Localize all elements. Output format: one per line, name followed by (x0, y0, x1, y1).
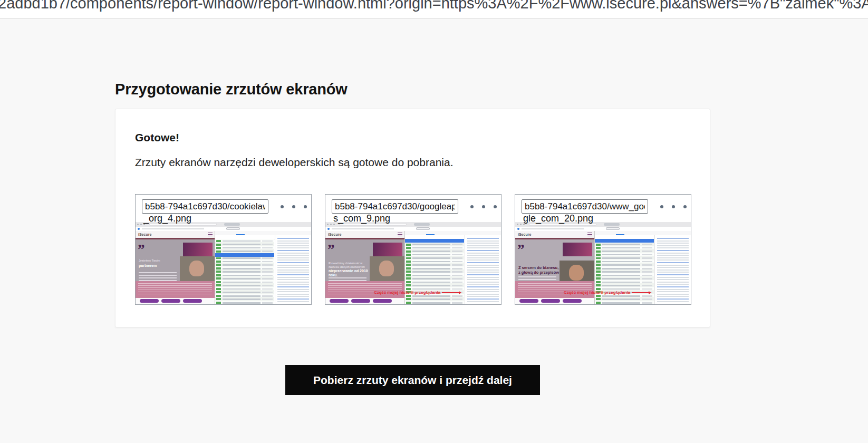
cookie-button-pill (161, 299, 180, 303)
selected-request-row (215, 253, 274, 257)
request-text-streaks (223, 240, 261, 304)
person-face (569, 265, 584, 281)
cookie-text-stripes (138, 283, 212, 296)
hamburger-menu-icon (587, 233, 592, 236)
filename-overflow-text: s_com_9.png (333, 213, 390, 224)
network-request-list (215, 239, 274, 304)
quote-glyph: ” (327, 243, 335, 257)
screenshot-tile: _org_4.png (135, 194, 312, 305)
site-text-big: nieprzerwanie od 2010 roku. (329, 269, 372, 277)
more-options-icon (683, 205, 687, 208)
infobar-button (226, 227, 240, 230)
cookie-button-pill (563, 299, 582, 303)
filename-input[interactable] (522, 199, 648, 214)
screenshot-thumbnail: iSecure ” Z sercem do biznesu, z głową d… (515, 222, 691, 304)
hamburger-menu-icon (208, 233, 213, 236)
arrow-head-icon (459, 291, 461, 294)
selected-request-row (405, 239, 464, 243)
annotation-text: Część mojej historii przeglądania (564, 290, 630, 295)
arrow-head-icon (649, 291, 651, 294)
annotation-text: Część mojej historii przeglądania (374, 290, 440, 295)
hamburger-menu-icon (398, 233, 402, 236)
person-face (189, 261, 204, 276)
headers-text-streaks (467, 238, 499, 303)
request-columns-streaks (262, 240, 273, 304)
arrow-line (442, 292, 459, 293)
more-options-icon (482, 205, 485, 208)
more-options-icon (470, 205, 474, 208)
filename-overflow-text: _org_4.png (143, 213, 191, 224)
more-options-button[interactable] (659, 203, 688, 211)
person-face (379, 261, 394, 276)
info-icon (517, 228, 519, 230)
site-header: iSecure (515, 231, 594, 238)
more-options-icon (672, 205, 675, 208)
cookie-buttons (140, 299, 202, 303)
more-options-icon (660, 205, 663, 208)
headers-panel (654, 235, 691, 304)
site-text-big: Z sercem do biznesu, z głową do przepisó… (518, 266, 562, 275)
cookie-button-pill (351, 299, 370, 303)
screenshot-tiles: _org_4.png (135, 194, 691, 305)
site-body: ” Jesteśmy Twoim partnerem (136, 239, 215, 304)
gradient-rectangle (563, 243, 592, 256)
more-options-button[interactable] (279, 203, 308, 211)
cookie-button-pill (183, 299, 202, 303)
quote-glyph: ” (517, 243, 525, 257)
site-text-small: Jesteśmy Twoim (139, 259, 179, 263)
window-dot-icon (140, 224, 142, 225)
download-screenshots-button[interactable]: Pobierz zrzuty ekranów i przejdź dalej (285, 365, 540, 395)
thumb-button-pill (414, 223, 430, 226)
infobar-button (606, 227, 620, 230)
site-logo: iSecure (518, 233, 531, 236)
filename-input[interactable] (332, 199, 458, 214)
history-annotation: Część mojej historii przeglądania (564, 290, 651, 295)
site-logo: iSecure (138, 233, 151, 236)
cookie-banner (136, 281, 215, 298)
cookie-banner (325, 281, 404, 298)
gradient-rectangle (183, 243, 213, 256)
infobar-text-streak (142, 228, 204, 229)
status-text: Zrzuty ekranów narzędzi deweloperskich s… (135, 156, 454, 169)
cookie-banner (515, 281, 594, 298)
arrow-line (632, 292, 649, 293)
headers-text-streaks (657, 238, 689, 303)
infobar-text-streak (522, 228, 584, 229)
selected-request-row (595, 239, 654, 243)
cookie-button-pill (373, 299, 392, 303)
thumb-button-pill (224, 223, 240, 226)
infobar-button (416, 227, 430, 230)
screenshot-tile: gle_com_20.png (515, 194, 691, 305)
screenshot-tile: s_com_9.png (325, 194, 501, 305)
more-options-icon (304, 205, 307, 208)
headers-text-streaks (277, 238, 309, 303)
cookie-buttons (519, 299, 582, 303)
window-dot-icon (327, 224, 329, 225)
cookie-button-pill (519, 299, 538, 303)
page-title: Przygotowanie zrzutów ekranów (115, 81, 348, 98)
content-column: Przygotowanie zrzutów ekranów Gotowe! Zr… (115, 0, 710, 443)
status-heading: Gotowe! (135, 131, 179, 144)
more-options-icon (292, 205, 295, 208)
more-options-icon (281, 205, 284, 208)
cookie-button-pill (541, 299, 560, 303)
infobar-text-streak (332, 228, 394, 229)
screenshot-thumbnail: iSecure ” Jesteśmy Twoim partnerem (136, 222, 311, 304)
site-header: iSecure (325, 231, 404, 238)
thumb-button-pill (604, 223, 620, 226)
thumb-website-area: iSecure ” Jesteśmy Twoim partnerem (136, 231, 215, 304)
filename-overflow-text: gle_com_20.png (523, 213, 593, 224)
more-options-button[interactable] (469, 203, 498, 211)
window-dot-icon (330, 224, 332, 225)
headers-panel (275, 235, 311, 304)
window-dot-icon (137, 224, 139, 225)
filename-input[interactable] (142, 199, 268, 214)
cookie-buttons (330, 299, 392, 303)
status-card: Gotowe! Zrzuty ekranów narzędzi dewelope… (115, 109, 710, 328)
thumb-devtools-area (215, 231, 311, 304)
info-icon (138, 228, 140, 230)
quote-glyph: ” (138, 243, 145, 257)
cookie-button-pill (140, 299, 159, 303)
more-options-icon (494, 205, 497, 208)
info-icon (327, 228, 330, 230)
